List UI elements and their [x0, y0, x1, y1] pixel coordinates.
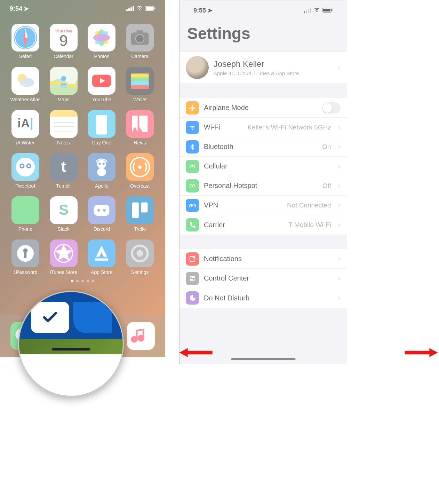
airplane-icon — [186, 101, 199, 115]
page-dot[interactable] — [71, 280, 73, 282]
page-dot[interactable] — [81, 280, 84, 282]
svg-point-47 — [97, 209, 100, 212]
controlcenter-icon — [186, 272, 199, 285]
svg-rect-64 — [332, 9, 333, 11]
status-bar: 9:55 ➤ — [179, 0, 347, 16]
row-label: Airplane Mode — [204, 104, 249, 112]
profile-name: Joseph Keller — [214, 59, 299, 69]
dock-app-music[interactable] — [127, 322, 155, 350]
notifications-icon — [186, 252, 199, 266]
svg-point-13 — [136, 34, 144, 43]
swipe-right-arrow — [402, 348, 439, 357]
profile-row[interactable]: Joseph Keller Apple ID, iCloud, iTunes &… — [179, 52, 347, 84]
svg-rect-49 — [132, 203, 139, 218]
app-dayone[interactable]: Day One — [84, 110, 120, 145]
svg-point-11 — [93, 34, 110, 41]
svg-rect-26 — [131, 85, 149, 89]
app-slack[interactable]: SSlack — [46, 196, 81, 232]
app-onepassword[interactable]: 1Password — [8, 239, 43, 275]
signal-icon — [126, 6, 134, 11]
row-label: Carrier — [204, 221, 225, 229]
svg-point-57 — [137, 250, 143, 257]
app-iawriter[interactable]: iA|iA Writer — [8, 110, 43, 145]
app-label: Settings — [131, 269, 149, 275]
app-apollo[interactable]: Apollo — [84, 153, 120, 189]
row-dnd[interactable]: Do Not Disturb› — [179, 288, 347, 308]
app-tweetbot[interactable]: Tweetbot — [8, 153, 43, 189]
page-dot[interactable] — [87, 280, 89, 282]
svg-rect-63 — [323, 9, 330, 11]
row-label: Notifications — [204, 255, 242, 263]
app-label: 1Password — [13, 269, 37, 275]
row-label: Control Center — [204, 274, 249, 282]
app-label: iTunes Store — [50, 269, 77, 275]
app-label: Discord — [94, 226, 110, 232]
row-wifi[interactable]: Wi-FiKeller's Wi-Fi Network 5GHz› — [179, 118, 347, 137]
row-bluetooth[interactable]: BluetoothOn› — [179, 137, 347, 157]
row-hotspot[interactable]: Personal HotspotOff› — [179, 176, 347, 196]
app-appstore[interactable]: App Store — [84, 239, 120, 275]
app-phone[interactable]: Phone — [8, 196, 43, 232]
svg-point-66 — [192, 184, 195, 187]
app-safari[interactable]: Safari — [8, 24, 43, 59]
row-cellular[interactable]: Cellular› — [179, 157, 347, 176]
svg-point-39 — [97, 160, 106, 169]
home-icon-grid: SafariThursday9CalendarPhotosCameraWeath… — [0, 17, 165, 275]
app-label: Weather Atlas — [10, 97, 40, 102]
toggle[interactable] — [322, 102, 341, 113]
chevron-right-icon: › — [338, 123, 341, 132]
app-weather[interactable]: Weather Atlas — [8, 67, 43, 102]
app-overcast[interactable]: Overcast — [122, 153, 158, 189]
row-vpn[interactable]: VPNVPNNot Connected› — [179, 196, 347, 215]
app-maps[interactable]: 280Maps — [46, 67, 81, 102]
svg-rect-28 — [50, 110, 78, 117]
svg-point-48 — [103, 209, 106, 212]
svg-point-33 — [16, 158, 35, 176]
settings-screen: 9:55 ➤ Settings Joseph Keller Apple ID, … — [179, 0, 347, 364]
page-dot[interactable] — [92, 280, 94, 282]
things-icon — [31, 302, 69, 333]
app-discord[interactable]: Discord — [84, 196, 120, 232]
app-news[interactable]: News — [122, 110, 158, 145]
svg-point-42 — [103, 163, 105, 165]
svg-rect-2 — [154, 7, 155, 9]
phone-icon — [186, 218, 199, 231]
app-label: App Store — [91, 269, 112, 275]
connectivity-section: Airplane ModeWi-FiKeller's Wi-Fi Network… — [179, 98, 347, 235]
app-label: Wallet — [133, 97, 146, 102]
battery-icon — [145, 5, 155, 13]
app-label: Phone — [18, 226, 32, 232]
app-trello[interactable]: Trello — [122, 196, 158, 232]
app-label: YouTube — [92, 97, 111, 102]
svg-rect-50 — [141, 203, 147, 213]
app-itunes[interactable]: iTunes Store — [46, 239, 81, 275]
app-settings[interactable]: Settings — [122, 239, 158, 275]
app-photos[interactable]: Photos — [84, 24, 120, 59]
app-wallet[interactable]: Wallet — [122, 67, 158, 102]
app-youtube[interactable]: YouTube — [84, 67, 120, 102]
page-indicator[interactable] — [0, 280, 165, 282]
svg-point-16 — [20, 78, 34, 87]
row-airplane[interactable]: Airplane Mode — [179, 98, 347, 118]
row-controlcenter[interactable]: Control Center› — [179, 269, 347, 288]
row-label: Bluetooth — [204, 143, 233, 151]
svg-text:280: 280 — [62, 84, 66, 87]
app-label: Tumblr — [56, 183, 71, 189]
svg-point-72 — [193, 279, 194, 280]
page-dot[interactable] — [76, 280, 79, 282]
row-carrier[interactable]: CarrierT-Mobile Wi-Fi› — [179, 215, 347, 235]
row-notifications[interactable]: Notifications› — [179, 249, 347, 269]
profile-subtitle: Apple ID, iCloud, iTunes & App Store — [214, 70, 299, 76]
app-calendar[interactable]: Thursday9Calendar — [46, 24, 81, 59]
moon-icon — [186, 291, 199, 305]
home-indicator[interactable] — [231, 358, 295, 360]
row-label: Personal Hotspot — [204, 182, 257, 190]
app-tumblr[interactable]: tTumblr — [46, 153, 81, 189]
row-label: Wi-Fi — [204, 123, 220, 131]
row-value: Keller's Wi-Fi Network 5GHz — [248, 124, 331, 131]
app-camera[interactable]: Camera — [122, 24, 158, 59]
hotspot-icon — [186, 179, 199, 192]
chevron-right-icon: › — [338, 142, 341, 151]
svg-point-71 — [191, 276, 192, 278]
app-notes[interactable]: Notes — [46, 110, 81, 145]
